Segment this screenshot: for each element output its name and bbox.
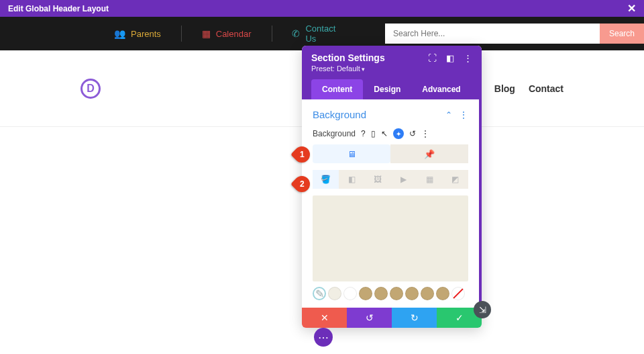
modal-panel: Background ⌃ ⋮ Background ? ▯ ↖ ✦ ↺ ⋮ 🖥 … [302,99,482,308]
preset-dropdown[interactable]: Preset: Default [311,64,472,73]
more-icon[interactable]: ⋮ [464,53,472,63]
responsive-tabs: 🖥 📌 [313,144,468,163]
bg-image-tab[interactable]: 🖼 [364,170,390,189]
bg-gradient-tab[interactable]: ◧ [339,170,365,189]
floating-menu-button[interactable]: ⋯ [314,328,333,347]
site-logo-icon[interactable]: D [80,79,101,99]
pin-icon: 📌 [424,149,435,159]
tab-advanced[interactable]: Advanced [411,79,471,99]
swatch-7[interactable] [421,287,434,300]
pattern-icon: ▦ [426,175,433,184]
swatch-4[interactable] [374,287,388,300]
global-header-bar: Edit Global Header Layout ✕ [0,0,644,17]
section-more-icon[interactable]: ⋮ [459,109,468,120]
hover-state-icon[interactable]: ✦ [393,128,404,139]
nav-contact[interactable]: ✆ Contact Us [272,26,365,42]
bg-pattern-tab[interactable]: ▦ [417,170,443,189]
background-preview[interactable] [313,195,468,281]
sticky-tab[interactable]: 📌 [390,144,468,163]
background-type-tabs: 🪣 ◧ 🖼 ▶ ▦ ◩ [313,170,468,189]
tab-design[interactable]: Design [363,79,411,99]
modal-title: Section Settings [311,52,385,63]
desktop-icon: 🖥 [347,149,356,159]
section-settings-modal: Section Settings ⛶ ◧ ⋮ Preset: Default C… [302,46,482,328]
field-more-icon[interactable]: ⋮ [421,129,429,138]
color-swatches: ✎ [313,287,468,304]
nav-parents-label: Parents [131,29,161,39]
modal-header: Section Settings ⛶ ◧ ⋮ Preset: Default C… [302,46,482,99]
bg-video-tab[interactable]: ▶ [390,170,417,189]
undo-icon[interactable]: ↺ [409,129,416,138]
expand-icon[interactable]: ⛶ [428,53,437,63]
search-input[interactable] [385,24,600,44]
global-header-title: Edit Global Header Layout [8,4,109,13]
redo-icon: ↻ [411,312,419,323]
clear-color-swatch[interactable] [451,287,465,300]
desktop-tab[interactable]: 🖥 [313,144,390,163]
nav-calendar[interactable]: ▦ Calendar [182,26,272,42]
swatch-2[interactable] [343,287,357,300]
phone-icon: ✆ [292,28,300,39]
nav-parents[interactable]: 👥 Parents [94,26,181,42]
resize-handle-icon[interactable]: ⇲ [474,301,491,318]
eyedropper-swatch[interactable]: ✎ [313,287,326,300]
close-icon: ✕ [321,312,329,323]
nav-contact-label: Contact Us [305,24,345,44]
swatch-8[interactable] [436,287,449,300]
swatch-3[interactable] [359,287,372,300]
nav-calendar-label: Calendar [216,29,252,39]
mask-icon: ◩ [451,175,459,184]
swatch-5[interactable] [390,287,403,300]
undo-icon: ↺ [366,312,374,323]
video-icon: ▶ [400,175,407,184]
calendar-icon: ▦ [202,28,211,39]
image-icon: 🖼 [374,175,382,184]
undo-button[interactable]: ↺ [347,308,392,328]
tab-content[interactable]: Content [311,79,363,99]
collapse-icon[interactable]: ⌃ [445,110,452,120]
dots-icon: ⋯ [318,331,329,344]
close-icon[interactable]: ✕ [627,2,636,15]
snap-icon[interactable]: ◧ [446,53,454,63]
redo-button[interactable]: ↻ [392,308,437,328]
bg-color-tab[interactable]: 🪣 [313,170,339,189]
swatch-6[interactable] [405,287,419,300]
paint-icon: 🪣 [321,175,331,184]
gradient-icon: ◧ [348,175,356,184]
section-background-title[interactable]: Background [313,109,366,120]
modal-footer: ✕ ↺ ↻ ✓ [302,308,482,328]
users-icon: 👥 [114,28,125,39]
bg-mask-tab[interactable]: ◩ [442,170,468,189]
swatch-1[interactable] [328,287,341,300]
nav-contact-page[interactable]: Contact [529,83,564,94]
check-icon: ✓ [455,312,464,323]
nav-blog[interactable]: Blog [494,83,515,94]
search-button[interactable]: Search [600,24,644,44]
background-label: Background [313,129,356,138]
search-form: Search [385,24,644,44]
phone-view-icon[interactable]: ▯ [371,129,376,138]
cancel-button[interactable]: ✕ [302,308,347,328]
help-icon[interactable]: ? [361,129,366,138]
cursor-icon[interactable]: ↖ [381,129,388,138]
